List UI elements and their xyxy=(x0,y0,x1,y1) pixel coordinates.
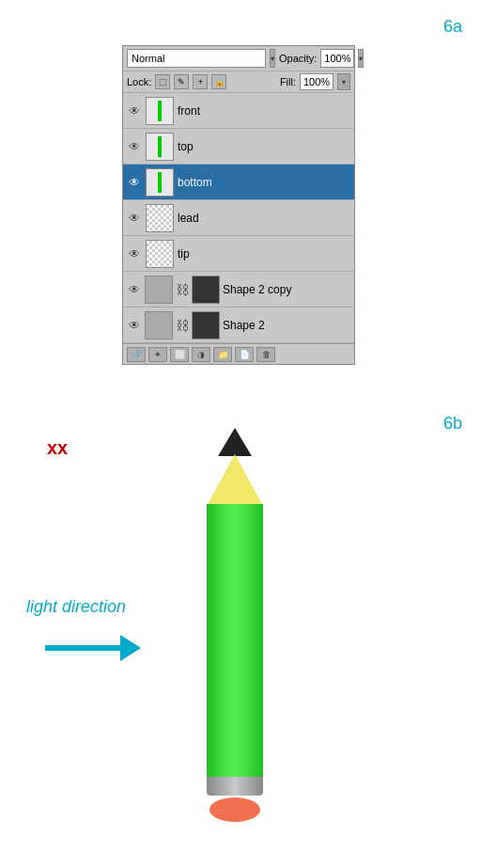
link-icon-shape2: ⛓ xyxy=(176,318,189,333)
thumb-shape2-left xyxy=(145,311,173,339)
thumb-shape2copy-left xyxy=(145,276,173,304)
visibility-icon-top[interactable]: 👁 xyxy=(127,139,142,154)
pencil-ferrule xyxy=(207,777,263,796)
thumb-lead xyxy=(146,204,174,232)
fill-label: Fill: xyxy=(280,76,296,87)
delete-layer-button[interactable]: 🗑 xyxy=(256,347,275,362)
layer-name-front: front xyxy=(178,104,350,118)
layer-name-top: top xyxy=(178,140,350,153)
blend-mode-input[interactable] xyxy=(127,49,266,68)
visibility-icon-lead[interactable]: 👁 xyxy=(127,211,142,226)
light-direction-arrow xyxy=(45,635,141,661)
lock-label: Lock: xyxy=(127,76,151,87)
layer-lead[interactable]: 👁 lead xyxy=(123,200,354,236)
lock-fill-bar: Lock: ⬚ ✎ + 🔒 Fill: ▾ xyxy=(123,71,354,93)
opacity-input[interactable] xyxy=(320,49,354,68)
lock-transparent-icon[interactable]: ⬚ xyxy=(155,74,170,89)
lock-all-icon[interactable]: 🔒 xyxy=(211,74,226,89)
panel-bottombar: 🔗 ✦ ⬜ ◑ 📁 📄 🗑 xyxy=(123,343,354,364)
fill-arrow[interactable]: ▾ xyxy=(337,73,350,90)
layer-name-tip: tip xyxy=(178,247,350,260)
blend-opacity-bar: ▾ Opacity: ▾ xyxy=(123,46,354,71)
mask-button[interactable]: ⬜ xyxy=(170,347,189,362)
layer-style-button[interactable]: ✦ xyxy=(148,347,167,362)
layer-shape2[interactable]: 👁 ⛓ Shape 2 xyxy=(123,308,354,343)
arrow-head xyxy=(120,635,141,661)
lock-move-icon[interactable]: + xyxy=(193,74,208,89)
adjustment-button[interactable]: ◑ xyxy=(192,347,210,362)
thumb-front xyxy=(146,97,174,125)
layer-name-shape2: Shape 2 xyxy=(223,319,350,332)
fill-input[interactable] xyxy=(300,73,334,90)
lock-pos-icon[interactable]: ✎ xyxy=(174,74,189,89)
pencil-body xyxy=(207,504,263,777)
thumb-shape2-right xyxy=(192,311,220,339)
layers-panel: ▾ Opacity: ▾ Lock: ⬚ ✎ + 🔒 Fill: ▾ 👁 fro… xyxy=(122,45,355,365)
section-label-6a: 6a xyxy=(443,17,462,37)
section-label-6b: 6b xyxy=(443,414,462,434)
blend-mode-arrow[interactable]: ▾ xyxy=(270,49,275,68)
link-icon-shape2copy: ⛓ xyxy=(176,282,189,297)
layer-bottom[interactable]: 👁 bottom xyxy=(123,165,354,200)
layer-top[interactable]: 👁 top xyxy=(123,129,354,165)
xx-label: xx xyxy=(47,437,68,459)
opacity-label: Opacity: xyxy=(279,53,317,64)
visibility-icon-front[interactable]: 👁 xyxy=(127,103,142,118)
pencil-illustration xyxy=(188,428,282,822)
layer-name-shape2copy: Shape 2 copy xyxy=(223,283,350,296)
visibility-icon-bottom[interactable]: 👁 xyxy=(127,175,142,190)
layer-name-bottom: bottom xyxy=(178,176,350,189)
arrow-shaft xyxy=(45,645,120,651)
layer-name-lead: lead xyxy=(178,212,350,225)
layer-shape2-copy[interactable]: 👁 ⛓ Shape 2 copy xyxy=(123,272,354,308)
visibility-icon-shape2[interactable]: 👁 xyxy=(127,318,142,333)
thumb-shape2copy-right xyxy=(192,276,220,304)
thumb-tip xyxy=(146,240,174,268)
pencil-eraser xyxy=(209,797,260,822)
thumb-bottom xyxy=(146,168,174,197)
layer-front[interactable]: 👁 front xyxy=(123,93,354,129)
opacity-arrow[interactable]: ▾ xyxy=(358,49,364,68)
visibility-icon-tip[interactable]: 👁 xyxy=(127,246,142,261)
layer-tip[interactable]: 👁 tip xyxy=(123,236,354,272)
group-button[interactable]: 📁 xyxy=(213,347,232,362)
new-layer-button[interactable]: 📄 xyxy=(235,347,254,362)
pencil-graphite-tip xyxy=(218,428,252,456)
visibility-icon-shape2copy[interactable]: 👁 xyxy=(127,282,142,297)
link-layers-button[interactable]: 🔗 xyxy=(127,347,146,362)
pencil-sharpened-wood xyxy=(207,454,263,506)
thumb-top xyxy=(146,133,174,161)
light-direction-label: light direction xyxy=(26,597,126,617)
